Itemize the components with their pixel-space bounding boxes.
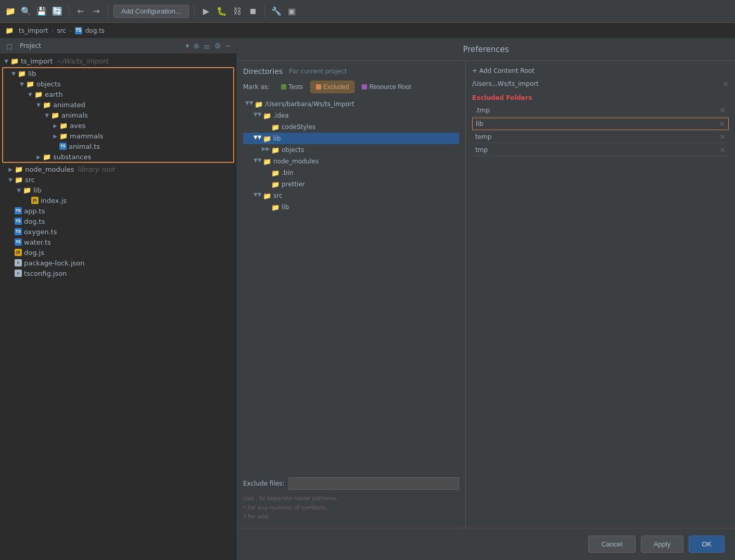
panel-dropdown-icon[interactable]: ▾	[185, 42, 189, 50]
panel-minimize-icon[interactable]: −	[225, 42, 231, 50]
tree-objects[interactable]: 📁 objects	[3, 79, 233, 89]
dir-src-arrow: ▼	[254, 192, 262, 200]
water-ts-label: water.ts	[24, 238, 51, 246]
aves-arrow	[51, 121, 59, 130]
tree-aves[interactable]: 📁 aves	[3, 120, 233, 131]
panel-settings-icon[interactable]: ⚙	[214, 42, 221, 50]
layout-icon[interactable]: ▣	[286, 5, 298, 18]
package-lock-label: package-lock.json	[24, 259, 85, 267]
excluded-folder-tmp-dot[interactable]: .tmp ✕	[472, 105, 729, 117]
stop-icon[interactable]: ⏹	[247, 5, 259, 18]
lib-arrow	[9, 69, 18, 78]
dialog-body: Directories For current project Mark as:…	[237, 61, 735, 528]
breadcrumb-file[interactable]: dog.ts	[85, 27, 105, 34]
tree-package-lock[interactable]: ⚙ package-lock.json	[0, 258, 236, 268]
add-configuration-button[interactable]: Add Configuration...	[113, 5, 189, 18]
earth-folder-icon: 📁	[34, 90, 43, 98]
exclude-files-input[interactable]	[288, 477, 459, 490]
breadcrumb-project[interactable]: ts_import	[19, 27, 48, 34]
search-icon[interactable]: 🔍	[20, 5, 32, 18]
tree-src-lib[interactable]: 📁 lib	[0, 185, 236, 195]
tree-dog-js[interactable]: JS dog.js	[0, 247, 236, 258]
exclude-files-row: Exclude files:	[243, 477, 459, 490]
breadcrumb-src[interactable]: src	[57, 27, 66, 34]
run-icon[interactable]: ▶	[200, 5, 212, 18]
back-icon[interactable]: ←	[74, 5, 87, 18]
animals-arrow	[43, 111, 51, 119]
tree-lib[interactable]: 📁 lib	[3, 68, 233, 79]
tab-resource-root[interactable]: Resource Root	[357, 81, 416, 93]
excluded-folder-lib-close-icon[interactable]: ✕	[719, 120, 725, 128]
dir-node-modules-arrow: ▼	[254, 157, 262, 166]
src-lib-folder-icon: 📁	[23, 186, 31, 194]
excluded-folder-temp[interactable]: temp ✕	[472, 131, 729, 143]
mark-as-row: Mark as: Tests Excluded Resource Root	[243, 81, 459, 93]
dir-objects[interactable]: ▶ 📁 objects	[243, 144, 459, 156]
cancel-button[interactable]: Cancel	[588, 536, 635, 553]
dir-bin[interactable]: 📁 .bin	[243, 167, 459, 179]
tree-root[interactable]: 📁 ts_import ~/Ws/ts_import	[0, 56, 236, 66]
add-content-root-button[interactable]: + Add Content Root	[472, 67, 729, 74]
panel-add-icon[interactable]: ⊕	[193, 42, 199, 50]
tsconfig-label: tsconfig.json	[24, 270, 67, 277]
excluded-folder-lib[interactable]: lib ✕	[472, 118, 729, 130]
tree-animal-ts[interactable]: TS animal.ts	[3, 141, 233, 151]
dir-bin-folder-icon: 📁	[271, 169, 280, 177]
apply-button[interactable]: Apply	[641, 536, 684, 553]
tree-earth[interactable]: 📁 earth	[3, 89, 233, 99]
panel-filter-icon[interactable]: ⚌	[204, 42, 210, 50]
tab-excluded[interactable]: Excluded	[310, 81, 354, 93]
tree-oxygen-ts[interactable]: TS oxygen.ts	[0, 226, 236, 237]
dir-root[interactable]: ▼ 📁 /Users/barbara/Ws/ts_import	[243, 98, 459, 110]
excluded-folder-temp-close-icon[interactable]: ✕	[719, 133, 726, 141]
dir-lib-selected[interactable]: ▼ 📁 lib	[243, 133, 459, 144]
dir-node-modules[interactable]: ▼ 📁 node_modules	[243, 156, 459, 167]
tree-node-modules[interactable]: 📁 node_modules library root	[0, 164, 236, 174]
dir-src[interactable]: ▼ 📁 src	[243, 190, 459, 201]
sep-1: ›	[52, 27, 54, 34]
substances-label: substances	[53, 153, 91, 161]
dir-prettier[interactable]: 📁 prettier	[243, 179, 459, 190]
ok-button[interactable]: OK	[689, 536, 725, 553]
folder-icon[interactable]: 📁	[4, 5, 17, 18]
tree-animals[interactable]: 📁 animals	[3, 110, 233, 120]
excluded-folder-temp-label: temp	[475, 133, 491, 141]
tree-tsconfig[interactable]: ⚙ tsconfig.json	[0, 268, 236, 278]
tab-tests[interactable]: Tests	[276, 81, 308, 93]
dir-codestyles-label: codeStyles	[282, 123, 315, 131]
dir-idea[interactable]: ▼ 📁 .idea	[243, 110, 459, 121]
node-modules-arrow	[6, 165, 15, 173]
tree-app-ts[interactable]: TS app.ts	[0, 206, 236, 216]
dir-idea-label: .idea	[273, 112, 289, 119]
animals-folder-icon: 📁	[51, 111, 59, 119]
dir-src-lib[interactable]: 📁 lib	[243, 201, 459, 213]
dir-src-folder-icon: 📁	[263, 192, 271, 200]
aves-label: aves	[70, 122, 85, 130]
dir-objects-label: objects	[282, 146, 304, 154]
forward-icon[interactable]: →	[90, 5, 103, 18]
content-root-close-icon[interactable]: ✕	[723, 80, 729, 88]
project-folder-icon: 📁	[5, 27, 14, 35]
lib-folder-icon: 📁	[18, 69, 26, 78]
tree-water-ts[interactable]: TS water.ts	[0, 237, 236, 247]
panel-title: Project	[20, 42, 181, 49]
dir-idea-folder-icon: 📁	[263, 111, 271, 120]
attach-icon[interactable]: ⛓	[231, 5, 244, 18]
refresh-icon[interactable]: 🔄	[51, 5, 64, 18]
tree-substances[interactable]: 📁 substances	[3, 151, 233, 162]
tree-mammals[interactable]: 📁 mammals	[3, 131, 233, 141]
debug-icon[interactable]: 🐛	[216, 5, 228, 18]
dir-codestyles[interactable]: 📁 codeStyles	[243, 121, 459, 133]
animated-arrow	[34, 100, 43, 109]
tree-animated[interactable]: 📁 animated	[3, 99, 233, 110]
excluded-folder-tmp-dot-close-icon[interactable]: ✕	[719, 106, 726, 114]
save-icon[interactable]: 💾	[35, 5, 48, 18]
excluded-folder-tmp-close-icon[interactable]: ✕	[719, 146, 726, 154]
src-arrow	[6, 175, 15, 184]
settings-icon[interactable]: 🔧	[270, 5, 283, 18]
tree-dog-ts[interactable]: TS dog.ts	[0, 216, 236, 226]
excluded-folder-tmp[interactable]: tmp ✕	[472, 144, 729, 156]
tree-src[interactable]: 📁 src	[0, 174, 236, 185]
excluded-label: Excluded	[323, 83, 349, 91]
tree-index-js[interactable]: JS index.js	[0, 195, 236, 206]
